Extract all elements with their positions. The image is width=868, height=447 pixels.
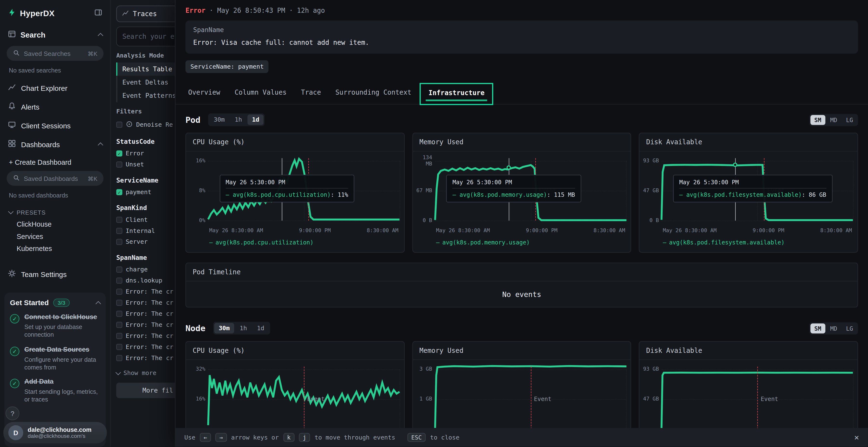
event-age: 12h ago	[297, 7, 325, 14]
get-started-step-connect-to-clickhouse[interactable]: ✓Connect to ClickHouseSet up your databa…	[10, 313, 100, 339]
event-header: Error · May 26 8:50:43 PM · 12h ago	[176, 0, 868, 19]
range-node-1h[interactable]: 1h	[235, 323, 251, 334]
filter-option-error-the-cr[interactable]: Error: The cr	[111, 286, 175, 297]
get-started-step-create-data-sources[interactable]: ✓Create Data SourcesConfigure where your…	[10, 345, 100, 371]
tab-trace[interactable]: Trace	[294, 81, 328, 103]
tab-column-values[interactable]: Column Values	[227, 81, 294, 103]
filter-option-error-the-cr[interactable]: Error: The cr	[111, 341, 175, 352]
sidebar-item-team-settings[interactable]: Team Settings	[0, 265, 110, 284]
event-marker-line	[304, 367, 304, 428]
pod-charts-row: CPU Usage (%)16%8%0%EventMay 26 5:30:00 …	[176, 133, 868, 253]
get-started-step-add-data[interactable]: ✓Add DataStart sending logs, metrics, or…	[10, 378, 100, 404]
chart-plot-area[interactable]: EventMay 26 5:30:00 PM— avg(k8s.pod.cpu.…	[208, 157, 400, 225]
close-icon[interactable]: ×	[854, 432, 859, 442]
chart-plot-area[interactable]: Event	[435, 366, 626, 428]
key-j: j	[299, 433, 310, 442]
tab-overview[interactable]: Overview	[181, 81, 227, 103]
get-started-header[interactable]: Get Started 3/3	[10, 299, 100, 307]
filter-option-dns-lookup[interactable]: dns.lookup	[111, 275, 175, 286]
saved-dashboards-input[interactable]: Saved Dashboards ⌘K	[7, 171, 104, 186]
filter-option-error-the-cr[interactable]: Error: The cr	[111, 308, 175, 319]
filter-option-error[interactable]: ✓Error	[111, 148, 175, 159]
sidebar-item-dashboards[interactable]: Dashboards	[0, 135, 110, 153]
time-range-group-node: 30m1h1d	[213, 322, 270, 335]
checkbox-icon	[116, 310, 122, 316]
collapse-sidebar-icon[interactable]	[94, 8, 102, 18]
preset-services[interactable]: Services	[0, 231, 110, 243]
event-marker-label: Event	[534, 395, 551, 402]
size-node-md[interactable]: MD	[826, 323, 841, 333]
search-controls-panel: Traces Search your ev Analysis Mode Resu…	[111, 0, 175, 447]
range-pod-30m[interactable]: 30m	[209, 114, 229, 125]
saved-dashboards-placeholder: Saved Dashboards	[24, 175, 78, 182]
filter-option-charge[interactable]: charge	[111, 264, 175, 275]
tab-infrastructure[interactable]: Infrastructure	[421, 84, 492, 104]
size-pod-lg[interactable]: LG	[842, 115, 857, 125]
checkbox-icon	[116, 355, 122, 361]
user-menu[interactable]: D dale@clickhouse.com dale@clickhouse.co…	[3, 422, 107, 444]
sidebar-item-chart-explorer[interactable]: Chart Explorer	[0, 78, 110, 97]
event-marker-label: Event	[307, 395, 325, 402]
chart-plot-area[interactable]: Event	[661, 366, 853, 428]
chart-card-node-cpu-usage: CPU Usage (%)32%16%Event	[185, 341, 404, 428]
event-marker-line	[531, 367, 531, 428]
service-name-chip[interactable]: ServiceName: payment	[185, 60, 269, 73]
event-search-input[interactable]: Search your ev	[116, 27, 175, 46]
analysis-mode-results-table[interactable]: Results Table	[116, 62, 175, 76]
range-pod-1h[interactable]: 1h	[230, 114, 246, 125]
help-button[interactable]: ?	[5, 406, 19, 420]
filter-option-error-the-cr[interactable]: Error: The cr	[111, 330, 175, 341]
size-node-lg[interactable]: LG	[842, 323, 857, 333]
chevron-down-icon	[116, 370, 121, 375]
range-node-30m[interactable]: 30m	[214, 323, 234, 334]
presets-header[interactable]: PRESETS	[0, 204, 110, 218]
chevron-down-icon	[8, 209, 13, 214]
section-title-pod: Pod	[185, 115, 200, 125]
range-pod-1d[interactable]: 1d	[248, 114, 264, 125]
denoise-results-toggle[interactable]: Denoise Re	[111, 118, 175, 131]
filter-group-spankind: SpanKind	[116, 204, 175, 212]
filter-option-server[interactable]: Server	[111, 236, 175, 247]
sidebar-item-client-sessions[interactable]: Client Sessions	[0, 116, 110, 135]
search-section-header[interactable]: Search	[0, 25, 110, 45]
source-selector[interactable]: Traces	[116, 5, 175, 22]
saved-searches-input[interactable]: Saved Searches ⌘K	[7, 46, 104, 61]
analysis-mode-event-deltas[interactable]: Event Deltas	[116, 76, 175, 89]
filter-option-unset[interactable]: Unset	[111, 159, 175, 170]
pod-timeline-title: Pod Timeline	[186, 263, 858, 281]
node-section-header: Node30m1h1dSMMDLG	[176, 308, 868, 341]
show-more-button[interactable]: Show more	[116, 370, 175, 377]
preset-clickhouse[interactable]: ClickHouse	[0, 218, 110, 231]
size-node-sm[interactable]: SM	[810, 323, 825, 333]
event-navigation-bar: Use ← → arrow keys or k j to move throug…	[176, 428, 868, 447]
sidebar-item-alerts[interactable]: Alerts	[0, 97, 110, 116]
checkbox-icon	[116, 288, 122, 294]
chart-title: Disk Available	[640, 342, 858, 360]
chart-title: Disk Available	[640, 133, 858, 151]
filter-option-error-the-cr[interactable]: Error: The cr	[111, 319, 175, 330]
size-pod-md[interactable]: MD	[826, 115, 841, 125]
checkbox-icon	[116, 299, 122, 305]
chart-plot-area[interactable]: EventMay 26 5:30:00 PM— avg(k8s.pod.file…	[661, 157, 853, 225]
more-filters-button[interactable]: More fil	[116, 383, 175, 398]
severity-label: Error	[185, 7, 206, 14]
progress-badge: 3/3	[53, 299, 70, 307]
tab-surrounding-context[interactable]: Surrounding Context	[328, 81, 418, 103]
analysis-mode-event-patterns[interactable]: Event Patterns	[116, 89, 175, 102]
filter-option-error-the-cr[interactable]: Error: The cr	[111, 297, 175, 308]
event-detail-panel: Error · May 26 8:50:43 PM · 12h ago Span…	[175, 0, 868, 447]
chart-title: Memory Used	[413, 133, 631, 151]
chart-plot-area[interactable]: EventMay 26 5:30:00 PM— avg(k8s.pod.memo…	[435, 157, 626, 225]
create-dashboard-button[interactable]: + Create Dashboard	[0, 153, 110, 170]
filter-option-internal[interactable]: Internal	[111, 225, 175, 236]
filter-option-error-the-cr[interactable]: Error: The cr	[111, 352, 175, 363]
chart-plot-area[interactable]: Event	[208, 366, 400, 428]
filter-option-payment[interactable]: ✓payment	[111, 186, 175, 198]
key-arrow-left: ←	[200, 433, 211, 442]
size-pod-sm[interactable]: SM	[810, 115, 825, 125]
chart-tooltip: May 26 5:30:00 PM— avg(k8s.pod.filesyste…	[673, 175, 832, 202]
preset-kubernetes[interactable]: Kubernetes	[0, 243, 110, 255]
range-node-1d[interactable]: 1d	[253, 323, 269, 334]
filter-option-client[interactable]: Client	[111, 214, 175, 225]
chart-size-group-pod: SMMDLG	[809, 114, 858, 126]
